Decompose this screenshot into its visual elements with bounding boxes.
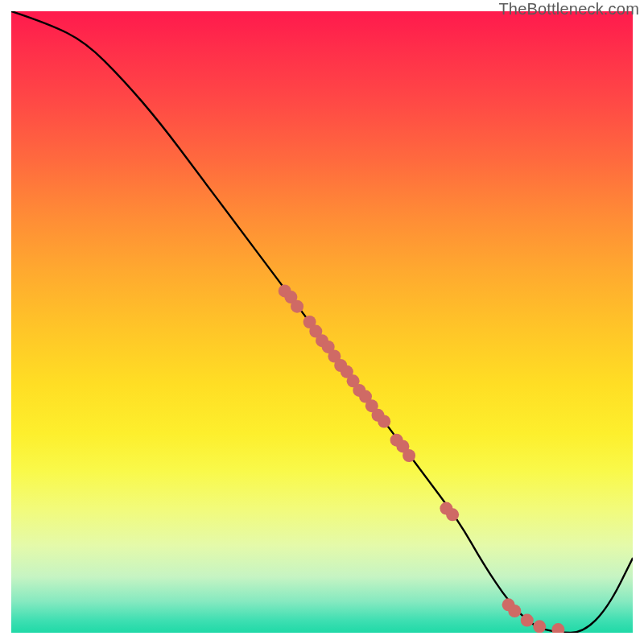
marker-dot: [402, 449, 415, 462]
marker-dot: [551, 623, 564, 633]
marker-dots-group: [279, 284, 565, 633]
plot-area: [11, 11, 633, 633]
marker-dot: [521, 614, 534, 627]
marker-dot: [446, 508, 459, 521]
marker-dot: [291, 300, 303, 313]
marker-dot: [508, 605, 521, 617]
chart-overlay-svg: [11, 11, 633, 633]
marker-dot: [378, 415, 390, 428]
bottleneck-curve: [11, 11, 633, 633]
watermark-text: TheBottleneck.com: [498, 0, 639, 19]
chart-stage: TheBottleneck.com: [0, 0, 644, 644]
marker-dot: [533, 620, 546, 633]
